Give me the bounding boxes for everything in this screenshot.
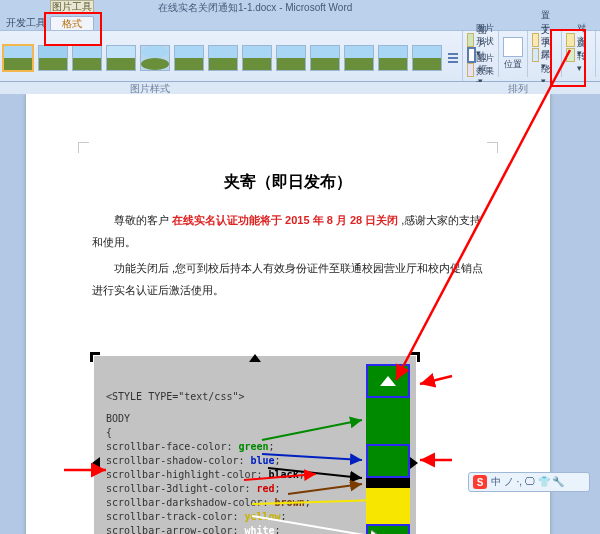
picture-style-7[interactable] <box>208 45 238 71</box>
picture-style-12[interactable] <box>378 45 408 71</box>
picture-style-9[interactable] <box>276 45 306 71</box>
ime-status: 中 ノ ·, 🖵 👕 🔧 <box>491 475 564 489</box>
ribbon: 图片形状 ▾ 图片边框 ▾ 图片效果 ▾ 位置 置于顶层 ▾ 文字环绕 ▾ 对齐… <box>0 30 600 82</box>
margin-mark-tr <box>487 142 498 153</box>
picture-canvas: <STYLE TYPE="text/css"> BODY { scrollbar… <box>94 356 416 534</box>
inserted-picture[interactable]: <STYLE TYPE="text/css"> BODY { scrollbar… <box>94 356 416 534</box>
crop-group: 裁剪 <box>596 31 600 77</box>
picture-effects-button[interactable]: 图片效果 ▾ <box>467 63 494 77</box>
picture-style-4[interactable] <box>106 45 136 71</box>
tab-developer[interactable]: 开发工具 <box>6 16 46 30</box>
arrow-up-icon <box>380 376 396 386</box>
ime-logo-icon: S <box>473 475 487 489</box>
paragraph-2: 功能关闭后 ,您可到校后持本人有效身份证件至联通校园营业厅和校内促销点进行实名认… <box>92 257 484 301</box>
picture-style-13[interactable] <box>412 45 442 71</box>
tab-format[interactable]: 格式 <box>50 16 94 31</box>
app-window: 图片工具 在线实名关闭通知1-1.docx - Microsoft Word 开… <box>0 0 600 534</box>
position-label[interactable]: 位置 <box>504 58 522 71</box>
title-bar: 图片工具 在线实名关闭通知1-1.docx - Microsoft Word <box>0 0 600 14</box>
picture-style-2[interactable] <box>38 45 68 71</box>
page[interactable]: 夹寄（即日发布） 尊敬的客户 在线实名认证功能将于 2015 年 8 月 28 … <box>26 94 550 534</box>
crop-handle-right[interactable] <box>410 457 424 469</box>
picture-styles-gallery <box>0 31 463 81</box>
document-content: 夹寄（即日发布） 尊敬的客户 在线实名认证功能将于 2015 年 8 月 28 … <box>92 172 484 301</box>
scrollbar-track <box>366 488 410 524</box>
position-icon[interactable] <box>503 37 523 57</box>
crop-handle-top[interactable] <box>249 348 261 362</box>
crop-handle-left[interactable] <box>86 457 100 469</box>
margin-mark-tl <box>78 142 89 153</box>
paragraph-1: 尊敬的客户 在线实名认证功能将于 2015 年 8 月 28 日关闭 ,感谢大家… <box>92 209 484 253</box>
picture-style-11[interactable] <box>344 45 374 71</box>
picture-style-10[interactable] <box>310 45 340 71</box>
position-group: 位置 <box>499 31 528 77</box>
picture-style-5[interactable] <box>140 45 170 71</box>
rotate-button[interactable]: 旋转 ▾ <box>566 48 591 62</box>
document-area: 夹寄（即日发布） 尊敬的客户 在线实名认证功能将于 2015 年 8 月 28 … <box>0 94 600 534</box>
css-code-block: <STYLE TYPE="text/css"> BODY { scrollbar… <box>106 390 311 534</box>
ime-toolbar[interactable]: S 中 ノ ·, 🖵 👕 🔧 <box>468 472 590 492</box>
ribbon-tabs: 开发工具 格式 <box>0 14 600 30</box>
picture-style-1[interactable] <box>2 44 34 72</box>
text-wrap-button[interactable]: 文字环绕 ▾ <box>532 48 557 62</box>
document-title: 在线实名关闭通知1-1.docx - Microsoft Word <box>158 1 352 15</box>
picture-style-8[interactable] <box>242 45 272 71</box>
scrollbar-demo <box>366 364 410 534</box>
picture-format-group: 图片形状 ▾ 图片边框 ▾ 图片效果 ▾ <box>463 31 499 77</box>
arrange-group: 置于顶层 ▾ 文字环绕 ▾ <box>528 31 562 77</box>
crop-handle-tl[interactable] <box>90 352 100 362</box>
doc-title: 夹寄（即日发布） <box>92 172 484 193</box>
closure-date: 在线实名认证功能将于 2015 年 8 月 28 日关闭 <box>172 214 398 226</box>
scrollbar-down-button <box>366 524 410 534</box>
crop-handle-tr[interactable] <box>410 352 420 362</box>
picture-tools-context-tab[interactable]: 图片工具 <box>50 0 94 14</box>
scrollbar-highlight <box>366 478 410 488</box>
scrollbar-face <box>366 398 410 444</box>
picture-style-3[interactable] <box>72 45 102 71</box>
styles-gallery-more[interactable] <box>446 46 460 70</box>
scrollbar-up-button <box>366 364 410 398</box>
scrollbar-thumb <box>366 444 410 478</box>
picture-style-6[interactable] <box>174 45 204 71</box>
align-rotate-group: 对齐 ▾ 旋转 ▾ <box>562 31 596 77</box>
